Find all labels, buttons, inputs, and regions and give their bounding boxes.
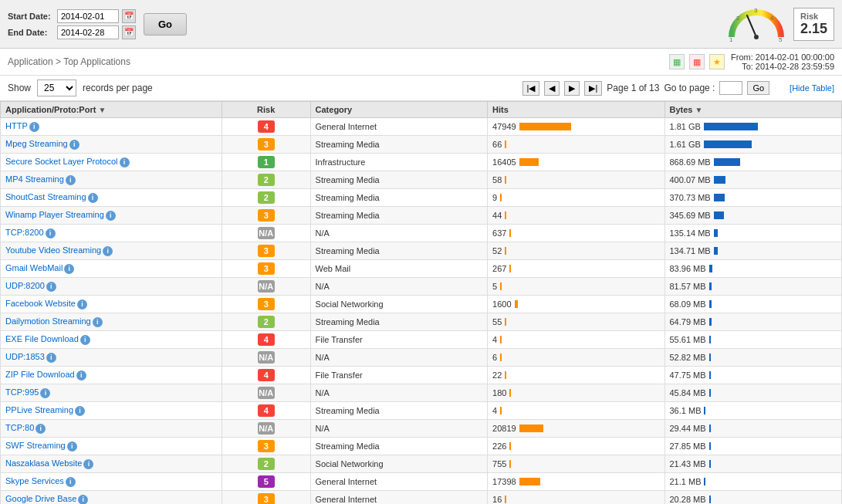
app-link[interactable]: Dailymotion Streaming bbox=[5, 316, 91, 326]
hits-bar bbox=[505, 176, 506, 184]
bytes-bar bbox=[714, 229, 718, 237]
hide-table-link[interactable]: [Hide Table] bbox=[790, 83, 834, 93]
app-link[interactable]: Google Drive Base bbox=[5, 494, 76, 503]
app-link[interactable]: UDP:1853 bbox=[5, 352, 45, 361]
info-icon[interactable]: i bbox=[46, 282, 56, 292]
records-per-page-select[interactable]: 25 10 50 100 bbox=[37, 79, 76, 96]
hits-bar bbox=[519, 478, 540, 485]
info-icon[interactable]: i bbox=[80, 335, 90, 345]
goto-page-input[interactable] bbox=[719, 81, 742, 95]
app-link[interactable]: HTTP bbox=[5, 121, 28, 130]
app-link[interactable]: EXE File Download bbox=[5, 334, 79, 343]
app-link[interactable]: PPLive Streaming bbox=[5, 405, 73, 414]
first-page-button[interactable]: |◀ bbox=[522, 81, 540, 96]
prev-page-button[interactable]: ◀ bbox=[544, 81, 560, 96]
cell-category: Streaming Media bbox=[310, 207, 487, 225]
cell-category: N/A bbox=[310, 420, 487, 438]
info-icon[interactable]: i bbox=[76, 370, 86, 381]
app-link[interactable]: Facebook Website bbox=[5, 299, 76, 308]
app-link[interactable]: UDP:8200 bbox=[5, 281, 45, 290]
app-link[interactable]: Gmail WebMail bbox=[5, 263, 63, 272]
app-link[interactable]: SWF Streaming bbox=[5, 441, 66, 450]
start-date-input[interactable] bbox=[57, 9, 119, 23]
hits-bar bbox=[505, 318, 506, 326]
hits-bar bbox=[500, 407, 502, 414]
table-row: Google Drive Basei3General Internet1620.… bbox=[1, 491, 842, 505]
svg-text:2: 2 bbox=[736, 15, 740, 22]
table-row: UDP:1853iN/AN/A652.82 MB bbox=[1, 349, 842, 367]
app-link[interactable]: Winamp Player Streaming bbox=[5, 210, 104, 219]
bytes-value: 134.71 MB bbox=[670, 246, 711, 255]
bytes-sort-icon[interactable]: ▼ bbox=[695, 106, 703, 114]
end-date-calendar-icon[interactable]: 📅 bbox=[122, 25, 136, 39]
bytes-bar bbox=[709, 496, 711, 503]
app-link[interactable]: ZIP File Download bbox=[5, 370, 75, 379]
start-date-row: Start Date: 📅 bbox=[8, 9, 136, 23]
bytes-bar bbox=[709, 425, 711, 432]
bytes-value: 1.61 GB bbox=[670, 140, 701, 149]
info-icon[interactable]: i bbox=[106, 211, 116, 221]
cell-hits: 267 bbox=[488, 260, 664, 278]
info-icon[interactable]: i bbox=[29, 122, 39, 132]
info-icon[interactable]: i bbox=[78, 495, 88, 504]
cell-category: Infrastructure bbox=[310, 154, 487, 171]
breadcrumb-app-link[interactable]: Application bbox=[8, 56, 56, 67]
bytes-value: 370.73 MB bbox=[670, 193, 711, 202]
risk-badge: 2 bbox=[258, 316, 275, 328]
cell-risk: 3 bbox=[221, 136, 310, 154]
start-date-calendar-icon[interactable]: 📅 bbox=[122, 9, 136, 23]
info-icon[interactable]: i bbox=[88, 193, 98, 203]
info-icon[interactable]: i bbox=[64, 264, 74, 274]
excel-export-icon[interactable]: ▦ bbox=[669, 54, 685, 69]
filter-icon[interactable]: ▼ bbox=[98, 106, 106, 114]
info-icon[interactable]: i bbox=[69, 140, 79, 150]
bytes-bar bbox=[709, 265, 712, 272]
pdf-export-icon[interactable]: ▦ bbox=[689, 54, 705, 69]
star-icon[interactable]: ★ bbox=[709, 54, 725, 69]
info-icon[interactable]: i bbox=[93, 317, 103, 327]
app-link[interactable]: TCP:80 bbox=[5, 423, 34, 432]
app-link[interactable]: Skype Services bbox=[5, 476, 64, 485]
app-link[interactable]: MP4 Streaming bbox=[5, 174, 64, 184]
app-link[interactable]: Secure Socket Layer Protocol bbox=[5, 157, 118, 166]
next-page-button[interactable]: ▶ bbox=[564, 81, 580, 96]
info-icon[interactable]: i bbox=[103, 246, 113, 256]
cell-app: ZIP File Downloadi bbox=[1, 367, 222, 384]
go-button[interactable]: Go bbox=[144, 13, 187, 36]
cell-risk: 3 bbox=[221, 491, 310, 505]
data-table: Application/Proto:Port ▼ Risk Category H… bbox=[0, 101, 842, 504]
end-date-input[interactable] bbox=[57, 25, 119, 39]
info-icon[interactable]: i bbox=[46, 353, 56, 363]
info-icon[interactable]: i bbox=[66, 477, 76, 487]
app-link[interactable]: ShoutCast Streaming bbox=[5, 192, 86, 201]
cell-hits: 16405 bbox=[488, 154, 664, 171]
risk-label: Risk bbox=[800, 12, 827, 21]
top-bar: Start Date: 📅 End Date: 📅 Go bbox=[0, 0, 842, 49]
hits-bar bbox=[519, 425, 543, 432]
app-link[interactable]: Mpeg Streaming bbox=[5, 139, 68, 148]
breadcrumb-page-link[interactable]: Top Applications bbox=[63, 56, 130, 67]
hits-bar bbox=[509, 389, 511, 397]
app-link[interactable]: TCP:8200 bbox=[5, 228, 44, 237]
app-link[interactable]: Youtube Video Streaming bbox=[5, 245, 101, 255]
start-date-label: Start Date: bbox=[8, 12, 54, 21]
info-icon[interactable]: i bbox=[46, 228, 56, 238]
info-icon[interactable]: i bbox=[36, 424, 46, 434]
end-date-label: End Date: bbox=[8, 28, 54, 37]
app-link[interactable]: Naszaklasa Website bbox=[5, 458, 82, 468]
info-icon[interactable]: i bbox=[67, 441, 77, 452]
info-icon[interactable]: i bbox=[77, 299, 87, 310]
info-icon[interactable]: i bbox=[120, 157, 130, 167]
app-link[interactable]: TCP:995 bbox=[5, 387, 39, 397]
cell-bytes: 47.75 MB bbox=[664, 367, 842, 384]
cell-risk: 4 bbox=[221, 367, 310, 384]
svg-point-1 bbox=[754, 35, 759, 39]
info-icon[interactable]: i bbox=[40, 388, 50, 398]
hits-bar bbox=[519, 158, 539, 166]
info-icon[interactable]: i bbox=[83, 459, 93, 469]
risk-badge: 2 bbox=[258, 458, 275, 470]
info-icon[interactable]: i bbox=[66, 175, 76, 185]
info-icon[interactable]: i bbox=[75, 406, 85, 416]
goto-page-button[interactable]: Go bbox=[747, 81, 769, 95]
last-page-button[interactable]: ▶| bbox=[584, 81, 602, 96]
